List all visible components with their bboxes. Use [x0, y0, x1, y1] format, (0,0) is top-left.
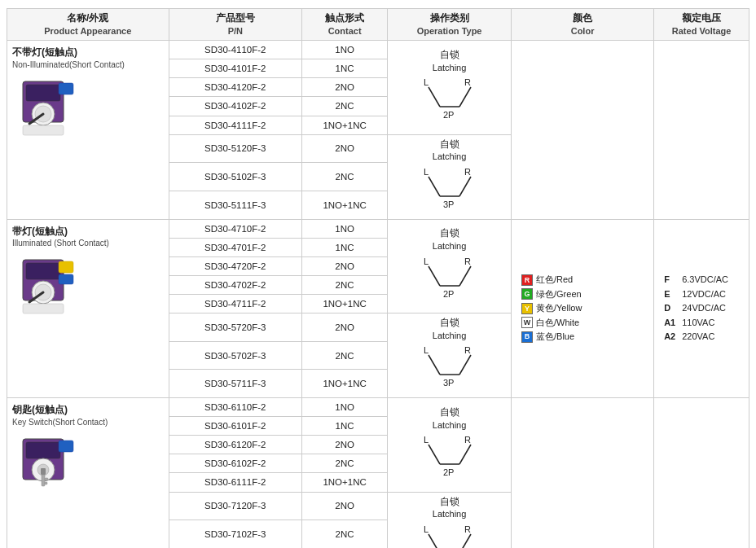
voltage-empty-cell-key — [654, 398, 749, 548]
pn-cell: SD30-4120F-2 — [169, 78, 302, 97]
pn-cell: SD30-6111F-2 — [169, 473, 302, 492]
svg-text:R: R — [464, 435, 471, 445]
pn-cell: SD30-4102F-2 — [169, 97, 302, 116]
pn-cell: SD30-4702F-2 — [169, 275, 302, 294]
appearance-cell: 不带灯(短触点) Non-Illuminated(Short Contact) — [7, 41, 169, 219]
operation-type-cell: 自锁 Latching L R 2P — [388, 398, 512, 492]
color-box: W — [521, 317, 533, 328]
svg-rect-41 — [59, 441, 73, 452]
voltage-row: D 24VDC/AC — [664, 302, 739, 314]
svg-text:R: R — [464, 345, 471, 355]
appearance-cell: 钥匙(短触点) Key Switch(Short Contact) — [7, 398, 169, 548]
appearance-title-en: Non-Illuminated(Short Contact) — [12, 59, 164, 71]
color-legend: R 红色/Red G 绿色/Green Y 黄色/Yellow W 白色/Whi… — [515, 269, 650, 348]
illuminated-switch-svg — [16, 253, 98, 317]
voltage-value: 6.3VDC/AC — [682, 274, 728, 286]
svg-line-50 — [429, 445, 440, 464]
pn-cell: SD30-6120F-2 — [169, 436, 302, 454]
header-row: 名称/外观 Product Appearance 产品型号 P/N 触点形式 C… — [7, 9, 749, 41]
svg-text:L: L — [424, 435, 429, 445]
svg-text:L: L — [424, 345, 429, 355]
svg-line-36 — [459, 355, 471, 375]
svg-text:2P: 2P — [443, 110, 454, 120]
svg-line-29 — [429, 266, 440, 286]
pn-cell: SD30-5120F-3 — [169, 134, 302, 163]
diagram-3p-svg: L R 3P — [417, 164, 482, 213]
svg-line-15 — [429, 177, 440, 196]
voltage-key: F — [664, 274, 682, 286]
pn-cell: SD30-4110F-2 — [169, 41, 302, 59]
operation-type-cell: 自锁 Latching L R 3P — [388, 492, 512, 548]
voltage-key: D — [664, 302, 682, 314]
op-label-en: Latching — [391, 240, 508, 252]
svg-line-16 — [459, 177, 471, 196]
svg-text:L: L — [424, 256, 429, 266]
pn-cell: SD30-5711F-3 — [169, 370, 302, 398]
contact-cell: 1NC — [302, 417, 388, 436]
op-label-en: Latching — [391, 419, 508, 432]
svg-line-30 — [459, 266, 471, 286]
color-label: 绿色/Green — [536, 288, 582, 300]
color-box: Y — [521, 303, 533, 314]
pn-cell: SD30-4711F-2 — [169, 295, 302, 313]
voltage-key: A1 — [664, 317, 682, 329]
col-header-optype: 操作类别 Operation Type — [388, 9, 512, 41]
appearance-img — [12, 74, 102, 139]
color-empty-cell-key — [511, 398, 653, 548]
svg-line-56 — [429, 534, 440, 548]
key-switch-svg — [16, 432, 98, 496]
pn-cell: SD30-4101F-2 — [169, 59, 302, 78]
voltage-value: 220VAC — [682, 331, 714, 343]
op-label-zh: 自锁 — [391, 138, 508, 151]
contact-cell: 2NO — [302, 436, 388, 454]
op-label-zh: 自锁 — [391, 316, 508, 330]
op-label-en: Latching — [391, 508, 508, 520]
contact-cell: 1NO — [302, 398, 388, 417]
diagram-3p-svg: L R 3P — [417, 342, 482, 391]
page: { "headers": { "appearance_zh": "名称/外观",… — [0, 0, 756, 548]
color-label: 白色/White — [536, 317, 579, 329]
pn-cell: SD30-5111F-3 — [169, 191, 302, 219]
color-row: R 红色/Red — [521, 274, 644, 286]
contact-cell: 1NC — [302, 238, 388, 256]
voltage-value: 24VDC/AC — [682, 302, 726, 314]
pn-cell: SD30-4111F-2 — [169, 116, 302, 134]
pn-cell: SD30-4701F-2 — [169, 238, 302, 256]
appearance-img — [12, 432, 102, 497]
color-label: 红色/Red — [536, 274, 573, 286]
svg-rect-20 — [26, 263, 60, 279]
svg-text:2P: 2P — [443, 289, 454, 299]
svg-rect-1 — [26, 85, 60, 101]
svg-rect-22 — [59, 274, 73, 284]
pn-cell: SD30-5720F-3 — [169, 313, 302, 342]
color-row: Y 黄色/Yellow — [521, 302, 644, 314]
contact-cell: 2NC — [302, 163, 388, 191]
contact-cell: 1NO+1NC — [302, 473, 388, 492]
op-label-zh: 自锁 — [391, 226, 508, 240]
svg-rect-21 — [59, 261, 73, 273]
voltage-empty-cell — [654, 41, 749, 219]
color-box: B — [521, 331, 533, 343]
appearance-title-zh: 带灯(短触点) — [12, 225, 164, 239]
svg-line-35 — [429, 355, 440, 375]
svg-rect-40 — [26, 442, 60, 458]
svg-text:3P: 3P — [443, 199, 454, 209]
voltage-value: 110VAC — [682, 317, 714, 329]
pn-cell: SD30-5102F-3 — [169, 163, 302, 191]
table-row: 不带灯(短触点) Non-Illuminated(Short Contact) … — [7, 41, 749, 59]
color-label: 蓝色/Blue — [536, 331, 574, 343]
svg-rect-44 — [41, 468, 46, 475]
diagram-3p-svg: L R 3P — [417, 521, 482, 548]
svg-rect-2 — [59, 83, 73, 94]
svg-text:R: R — [464, 167, 471, 177]
contact-cell: 2NO — [302, 78, 388, 97]
voltage-key: A2 — [664, 331, 682, 343]
svg-text:L: L — [424, 167, 429, 177]
color-row: W 白色/White — [521, 317, 644, 329]
pn-cell: SD30-6102F-2 — [169, 454, 302, 473]
svg-text:R: R — [464, 524, 471, 534]
voltage-row: A1 110VAC — [664, 317, 739, 329]
operation-type-cell: 自锁 Latching L R 2P — [388, 219, 512, 313]
diagram-2p-svg: L R 2P — [417, 432, 482, 480]
table-row: 钥匙(短触点) Key Switch(Short Contact) SD30-6… — [7, 398, 749, 417]
